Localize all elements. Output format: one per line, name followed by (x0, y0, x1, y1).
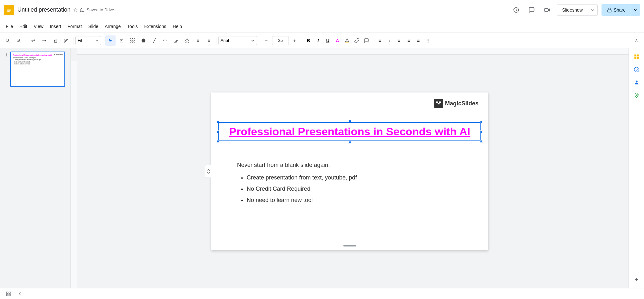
bullet-list-btn[interactable]: ≡ (394, 36, 403, 45)
handle-top-right[interactable] (480, 121, 483, 123)
select-tool-btn[interactable] (105, 35, 116, 46)
app-icon (4, 5, 14, 15)
paint-format-btn[interactable] (61, 35, 71, 46)
share-btn-group: Share (601, 4, 640, 16)
svg-rect-11 (439, 101, 441, 103)
line-btn[interactable]: ╱ (149, 35, 159, 46)
toolbar-divider-3 (103, 37, 103, 44)
handle-top-left[interactable] (217, 121, 219, 123)
align-left-btn[interactable]: ≡ (193, 35, 203, 46)
title-selection-area: Professional Presentations in Seconds wi… (218, 122, 481, 141)
menu-slide[interactable]: Slide (85, 23, 101, 30)
text-align-btn[interactable]: ≡ (375, 36, 384, 45)
menu-view[interactable]: View (31, 23, 47, 30)
slide-canvas-wrapper: MagicSlides (71, 55, 629, 288)
sidebar-user-btn[interactable] (631, 77, 642, 88)
sidebar-tasks-btn[interactable] (631, 64, 642, 75)
font-size-decrease-btn[interactable]: − (261, 35, 271, 46)
menu-extensions[interactable]: Extensions (141, 23, 169, 30)
sidebar-maps-btn[interactable] (631, 90, 642, 101)
menu-arrange[interactable]: Arrange (101, 23, 124, 30)
toolbar-divider-2 (73, 37, 73, 44)
font-name-selector[interactable]: Arial (218, 36, 257, 45)
search-toolbar-btn[interactable] (3, 35, 13, 46)
toolbar-divider-5 (259, 37, 259, 44)
handle-middle-left[interactable] (217, 130, 219, 133)
star-icon[interactable]: ☆ (73, 7, 78, 13)
handle-bottom-left[interactable] (217, 140, 219, 143)
align-right-btn[interactable]: ≡ (204, 35, 214, 46)
shapes-btn[interactable]: ⬟ (138, 35, 148, 46)
handle-middle-right[interactable] (480, 130, 483, 133)
slide-logo: MagicSlides (434, 99, 478, 108)
numbered-list-btn[interactable]: ≡ (404, 36, 413, 45)
image-btn[interactable]: 🖼 (127, 35, 137, 46)
menu-help[interactable]: Help (169, 23, 185, 30)
comments-icon-btn[interactable] (526, 4, 537, 16)
expand-arrow[interactable] (205, 165, 211, 178)
toolbar-divider-4 (216, 37, 216, 44)
text-color-btn[interactable]: A (333, 36, 342, 45)
menu-file[interactable]: File (3, 23, 16, 30)
slideshow-dropdown[interactable] (588, 4, 598, 16)
doc-title: Untitled presentation (17, 6, 71, 13)
menu-insert[interactable]: Insert (47, 23, 64, 30)
print-btn[interactable]: 🖨 (50, 35, 60, 46)
indent-btn[interactable]: ≡ (414, 36, 423, 45)
slide-title-wrapper: Professional Presentations in Seconds wi… (218, 122, 481, 141)
scribble-btn[interactable]: ✏ (160, 35, 170, 46)
ruler-vertical (71, 61, 77, 288)
svg-rect-6 (607, 10, 611, 12)
ruler-horizontal (77, 48, 629, 55)
sidebar-explore-btn[interactable] (631, 51, 642, 63)
history-icon-btn[interactable] (510, 4, 522, 16)
select-box-btn[interactable]: ⊡ (116, 35, 127, 46)
zoom-plus-btn[interactable] (14, 35, 24, 46)
svg-point-18 (636, 81, 638, 82)
share-button[interactable]: Share (601, 4, 631, 16)
bold-btn[interactable]: B (304, 36, 313, 45)
title-bar: Untitled presentation ☆ 🗂 Saved to Drive… (0, 0, 644, 20)
font-size-box[interactable]: 25 (272, 36, 289, 45)
border-color-btn[interactable] (182, 35, 192, 46)
svg-rect-14 (637, 54, 639, 56)
undo-btn[interactable]: ↩ (28, 35, 38, 46)
handle-bottom-right[interactable] (480, 140, 483, 143)
slide-subtitle: Never start from a blank slide again. (237, 162, 478, 169)
link-btn[interactable] (352, 36, 361, 45)
highlight-btn[interactable] (343, 36, 352, 45)
svg-rect-5 (544, 8, 548, 11)
comment-inline-btn[interactable] (362, 36, 371, 45)
line-spacing-btn[interactable]: ↕ (385, 36, 394, 45)
redo-btn[interactable]: ↪ (39, 35, 49, 46)
meet-icon-btn[interactable] (541, 4, 553, 16)
collapse-panel-btn[interactable] (15, 289, 24, 298)
more-options-btn[interactable]: ⋮ (423, 36, 432, 45)
underline-btn[interactable]: U (323, 36, 332, 45)
slide-progress-bar (343, 245, 356, 246)
menu-tools[interactable]: Tools (124, 23, 141, 30)
saved-to-drive: Saved to Drive (87, 7, 114, 12)
italic-btn[interactable]: I (314, 36, 323, 45)
zoom-level-selector[interactable]: Fit (75, 36, 101, 45)
handle-top-center[interactable] (348, 120, 351, 122)
collapse-toolbar-btn[interactable]: ∧ (631, 35, 641, 46)
menu-edit[interactable]: Edit (16, 23, 31, 30)
menu-format[interactable]: Format (64, 23, 85, 30)
svg-point-19 (636, 94, 637, 96)
slide[interactable]: MagicSlides (211, 92, 488, 250)
bottom-bar (0, 288, 644, 299)
svg-rect-21 (9, 292, 10, 294)
font-size-increase-btn[interactable]: + (289, 35, 300, 46)
slideshow-button[interactable]: Slideshow (557, 4, 588, 16)
share-dropdown[interactable] (631, 4, 640, 16)
toolbar-divider-7 (373, 37, 373, 44)
canvas-area: MagicSlides (71, 48, 629, 288)
fill-color-btn[interactable] (171, 35, 181, 46)
svg-rect-3 (7, 11, 10, 12)
handle-bottom-center[interactable] (348, 141, 351, 144)
folder-icon[interactable]: 🗂 (80, 7, 85, 13)
grid-view-btn[interactable] (4, 289, 13, 298)
sidebar-add-btn[interactable]: + (631, 274, 642, 285)
slide-1-thumbnail[interactable]: ■■ MagicSlides Professional Presentation… (10, 52, 65, 87)
